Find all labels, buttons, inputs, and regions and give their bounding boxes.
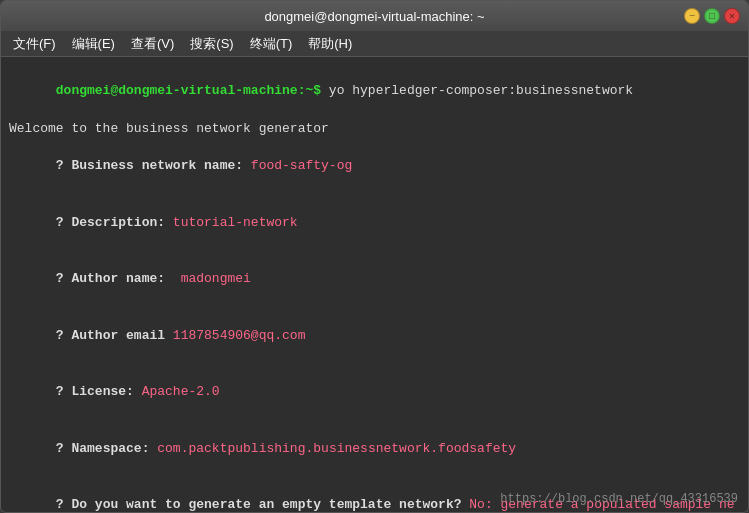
close-button[interactable]: ✕ <box>724 8 740 24</box>
menu-search[interactable]: 搜索(S) <box>182 33 241 55</box>
terminal-body[interactable]: dongmei@dongmei-virtual-machine:~$ yo hy… <box>1 57 748 512</box>
line-namespace: ? Namespace: com.packtpublishing.busines… <box>9 421 740 478</box>
line-biz-name: ? Business network name: food-safty-og <box>9 138 740 195</box>
command-text: yo hyperledger-composer:businessnetwork <box>321 83 633 98</box>
window-controls: − □ ✕ <box>684 8 740 24</box>
menu-file[interactable]: 文件(F) <box>5 33 64 55</box>
menu-terminal[interactable]: 终端(T) <box>242 33 301 55</box>
titlebar: dongmei@dongmei-virtual-machine: ~ − □ ✕ <box>1 1 748 31</box>
line-welcome: Welcome to the business network generato… <box>9 120 740 139</box>
menu-help[interactable]: 帮助(H) <box>300 33 360 55</box>
prompt-user: dongmei@dongmei-virtual-machine:~$ <box>56 83 321 98</box>
menu-view[interactable]: 查看(V) <box>123 33 182 55</box>
line-description: ? Description: tutorial-network <box>9 195 740 252</box>
command-line: dongmei@dongmei-virtual-machine:~$ yo hy… <box>9 63 740 120</box>
line-email: ? Author email 1187854906@qq.com <box>9 308 740 365</box>
line-author: ? Author name: madongmei <box>9 251 740 308</box>
status-bar: https://blog.csdn.net/qq_43316539 <box>500 492 738 506</box>
menu-edit[interactable]: 编辑(E) <box>64 33 123 55</box>
titlebar-title: dongmei@dongmei-virtual-machine: ~ <box>264 9 484 24</box>
maximize-button[interactable]: □ <box>704 8 720 24</box>
minimize-button[interactable]: − <box>684 8 700 24</box>
line-license: ? License: Apache-2.0 <box>9 365 740 422</box>
terminal-window: dongmei@dongmei-virtual-machine: ~ − □ ✕… <box>0 0 749 513</box>
menubar: 文件(F) 编辑(E) 查看(V) 搜索(S) 终端(T) 帮助(H) <box>1 31 748 57</box>
